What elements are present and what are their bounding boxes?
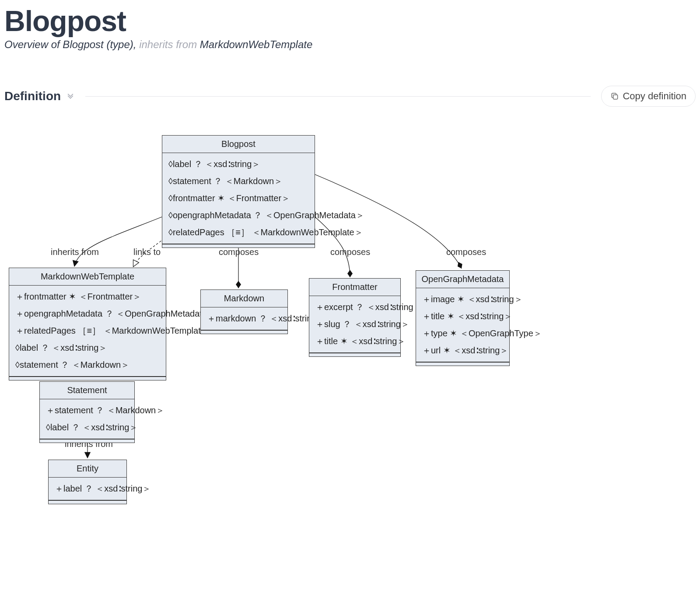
class-attribute: ＋slug ？ ＜xsd∶string＞ [309, 316, 400, 333]
class-attribute: ◊label ？ ＜xsd∶string＞ [40, 419, 134, 436]
subtitle-inherits-from: inherits from [139, 38, 197, 50]
class-title: OpenGraphMetadata [416, 271, 509, 288]
class-attribute: ＋title ✶ ＜xsd∶string＞ [309, 333, 400, 350]
class-attribute: ◊relatedPages ［≡］ ＜MarkdownWebTemplate＞ [162, 224, 315, 241]
chevron-down-icon[interactable] [66, 90, 75, 103]
class-title: Frontmatter [309, 279, 400, 296]
copy-definition-label: Copy definition [623, 91, 686, 102]
copy-icon [610, 92, 619, 101]
class-attribute: ＋title ✶ ＜xsd∶string＞ [416, 308, 509, 325]
subtitle-parent-type: MarkdownWebTemplate [200, 38, 312, 50]
class-attribute: ◊label ？ ＜xsd∶string＞ [9, 339, 166, 356]
class-node-entity[interactable]: Entity ＋label ？ ＜xsd∶string＞ [48, 460, 127, 504]
class-attribute: ＋label ？ ＜xsd∶string＞ [49, 480, 126, 497]
class-attribute: ＋relatedPages ［≡］ ＜MarkdownWebTemplate＞ [9, 322, 166, 339]
class-attribute: ◊frontmatter ✶ ＜Frontmatter＞ [162, 190, 315, 207]
class-diagram: inherits from links to composes composes… [4, 124, 696, 614]
class-node-statement[interactable]: Statement ＋statement ？ ＜Markdown＞ ◊label… [39, 381, 135, 443]
class-title: Blogpost [162, 136, 315, 153]
class-attribute: ＋frontmatter ✶ ＜Frontmatter＞ [9, 288, 166, 305]
copy-definition-button[interactable]: Copy definition [601, 86, 696, 107]
class-attribute: ◊statement ？ ＜Markdown＞ [162, 173, 315, 190]
edge-label-inherits-from: inherits from [51, 247, 99, 257]
section-title: Definition [4, 89, 61, 103]
class-attribute: ＋image ✶ ＜xsd∶string＞ [416, 291, 509, 308]
edge-label-links-to: links to [133, 247, 161, 257]
page-title: Blogpost [4, 4, 696, 38]
class-attribute: ◊statement ？ ＜Markdown＞ [9, 356, 166, 373]
page-subtitle: Overview of Blogpost (type), inherits fr… [4, 38, 696, 51]
class-node-frontmatter[interactable]: Frontmatter ＋excerpt ？ ＜xsd∶string＞ ＋slu… [309, 278, 401, 357]
class-title: Markdown [201, 290, 287, 307]
class-attribute: ＋opengraphMetadata ？ ＜OpenGraphMetadata＞ [9, 305, 166, 322]
svg-rect-0 [613, 95, 618, 99]
class-attribute: ＋url ✶ ＜xsd∶string＞ [416, 342, 509, 359]
class-title: Entity [49, 460, 126, 478]
class-attribute: ＋type ✶ ＜OpenGraphType＞ [416, 325, 509, 342]
edge-label-composes: composes [219, 247, 259, 257]
edge-label-composes: composes [446, 247, 486, 257]
class-node-markdown[interactable]: Markdown ＋markdown ？ ＜xsd∶string＞ [200, 290, 288, 334]
class-title: Statement [40, 382, 134, 399]
class-node-markdownwebtemplate[interactable]: MarkdownWebTemplate ＋frontmatter ✶ ＜Fron… [9, 268, 166, 380]
section-divider [85, 96, 591, 97]
edge-label-composes: composes [330, 247, 370, 257]
class-title: MarkdownWebTemplate [9, 268, 166, 286]
class-node-blogpost[interactable]: Blogpost ◊label ？ ＜xsd∶string＞ ◊statemen… [162, 135, 315, 248]
class-node-opengraphmetadata[interactable]: OpenGraphMetadata ＋image ✶ ＜xsd∶string＞ … [416, 270, 510, 366]
class-attribute: ＋markdown ？ ＜xsd∶string＞ [201, 310, 287, 327]
class-attribute: ◊label ？ ＜xsd∶string＞ [162, 156, 315, 173]
class-attribute: ＋excerpt ？ ＜xsd∶string＞ [309, 299, 400, 316]
subtitle-prefix: Overview of Blogpost (type), [4, 38, 136, 50]
class-attribute: ◊opengraphMetadata ？ ＜OpenGraphMetadata＞ [162, 207, 315, 224]
class-attribute: ＋statement ？ ＜Markdown＞ [40, 402, 134, 419]
